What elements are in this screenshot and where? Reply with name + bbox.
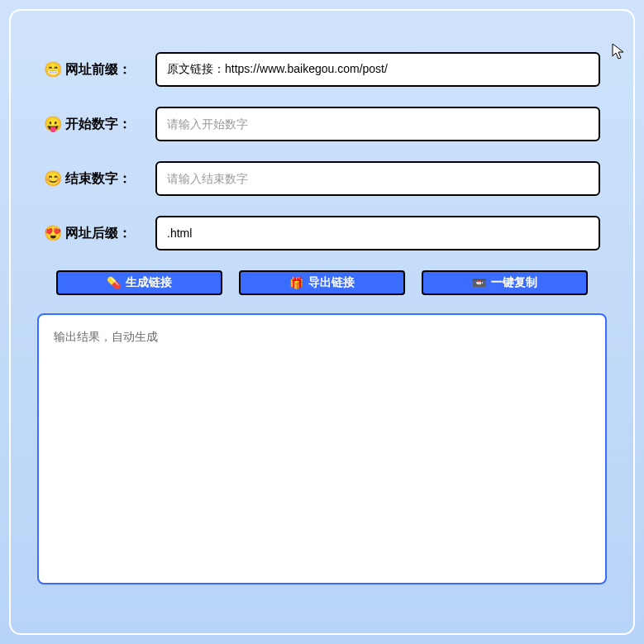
generate-button[interactable]: 💊 生成链接 — [56, 270, 222, 295]
row-start: 😛 开始数字： — [44, 107, 600, 141]
export-button[interactable]: 🎁 导出链接 — [239, 270, 405, 295]
button-row: 💊 生成链接 🎁 导出链接 📼 一键复制 — [11, 270, 633, 295]
input-start[interactable] — [155, 107, 600, 141]
blush-icon: 😊 — [44, 169, 62, 188]
label-suffix-text: 网址后缀： — [65, 225, 131, 242]
pill-icon: 💊 — [107, 276, 121, 289]
output-textarea[interactable] — [37, 313, 607, 584]
input-end[interactable] — [155, 161, 600, 196]
label-end: 😊 结束数字： — [44, 169, 155, 188]
label-prefix-text: 网址前缀： — [65, 61, 131, 79]
copy-button-label: 一键复制 — [491, 275, 537, 290]
label-start-text: 开始数字： — [65, 116, 131, 133]
tongue-icon: 😛 — [44, 115, 62, 133]
row-suffix: 😍 网址后缀： — [44, 216, 600, 250]
label-end-text: 结束数字： — [65, 170, 131, 188]
input-prefix[interactable] — [155, 52, 600, 87]
copy-button[interactable]: 📼 一键复制 — [422, 270, 588, 295]
tape-icon: 📼 — [472, 276, 486, 289]
label-suffix: 😍 网址后缀： — [44, 224, 155, 242]
main-panel: 😁 网址前缀： 😛 开始数字： 😊 结束数字： 😍 网址后缀： — [9, 9, 635, 635]
export-button-label: 导出链接 — [308, 275, 355, 290]
row-prefix: 😁 网址前缀： — [44, 52, 600, 87]
form-area: 😁 网址前缀： 😛 开始数字： 😊 结束数字： 😍 网址后缀： — [11, 11, 633, 250]
grin-icon: 😁 — [44, 60, 62, 79]
label-prefix: 😁 网址前缀： — [44, 60, 155, 79]
hearteyes-icon: 😍 — [44, 224, 62, 242]
input-suffix[interactable] — [155, 216, 600, 250]
generate-button-label: 生成链接 — [126, 275, 172, 290]
row-end: 😊 结束数字： — [44, 161, 600, 196]
gift-icon: 🎁 — [289, 276, 303, 289]
label-start: 😛 开始数字： — [44, 115, 155, 133]
